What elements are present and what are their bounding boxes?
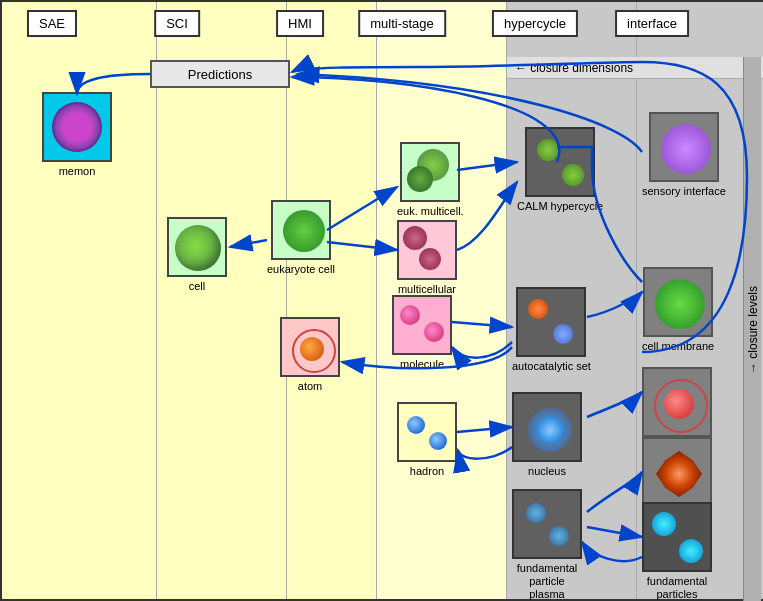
entity-label-molecule: molecule [400,358,444,371]
entity-label-hadron: hadron [410,465,444,478]
predictions-label: Predictions [188,67,252,82]
closure-dimensions-band: ← closure dimensions [507,57,763,79]
header-interface: interface [615,10,689,37]
entity-img-cell [167,217,227,277]
col-bg-sci [157,2,287,599]
header-sae: SAE [27,10,77,37]
entity-molecule: molecule [392,295,452,371]
entity-img-hadron [397,402,457,462]
entity-eukaryote: eukaryote cell [267,200,335,276]
header-sci: SCI [154,10,200,37]
entity-img-sensory [649,112,719,182]
main-diagram: SAE SCI HMI multi-stage hypercycle inter… [0,0,763,601]
closure-levels-band: → closure levels [743,57,761,601]
entity-img-eukaryote [271,200,331,260]
entity-fundamentalp: fundamental particles [642,502,712,601]
entity-label-fpp: fundamental particle plasma [517,562,578,601]
entity-label-eukmulti: euk. multicell. [397,205,464,218]
entity-multicell: multicellular [397,220,457,296]
entity-eukmulti: euk. multicell. [397,142,464,218]
entity-label-cell: cell [189,280,206,293]
entity-img-multicell [397,220,457,280]
entity-label-memon: memon [59,165,96,178]
entity-autocatalytic: autocatalytic set [512,287,591,373]
entity-img-fpp [512,489,582,559]
entity-label-cellmembrane: cell membrane [642,340,714,353]
entity-label-eukaryote: eukaryote cell [267,263,335,276]
entity-img-fundamentalp [642,502,712,572]
closure-levels-label: → closure levels [746,286,760,374]
entity-img-calm [525,127,595,197]
entity-img-atom [280,317,340,377]
closure-dimensions-label: ← closure dimensions [515,61,633,75]
entity-hadron: hadron [397,402,457,478]
entity-img-electronshell [642,367,712,437]
col-bg-hmi [287,2,377,599]
predictions-box: Predictions [150,60,290,88]
entity-fpp: fundamental particle plasma [512,489,582,601]
entity-label-nucleus: nucleus [528,465,566,478]
header-hypercycle: hypercycle [492,10,578,37]
entity-img-cellmembrane [643,267,713,337]
entity-calm: CALM hypercycle [517,127,603,213]
entity-img-autocatalytic [516,287,586,357]
entity-cellmembrane: cell membrane [642,267,714,353]
entity-cell: cell [167,217,227,293]
entity-sensory: sensory interface [642,112,726,198]
header-hmi: HMI [276,10,324,37]
entity-img-nucleus [512,392,582,462]
entity-label-calm: CALM hypercycle [517,200,603,213]
entity-label-fundamentalp: fundamental particles [647,575,708,601]
entity-img-memon [42,92,112,162]
entity-label-autocatalytic: autocatalytic set [512,360,591,373]
entity-img-confinement [642,437,712,507]
entity-memon: memon [42,92,112,178]
entity-label-atom: atom [298,380,322,393]
entity-nucleus: nucleus [512,392,582,478]
entity-img-eukmulti [400,142,460,202]
entity-img-molecule [392,295,452,355]
entity-atom: atom [280,317,340,393]
header-multistage: multi-stage [358,10,446,37]
entity-label-sensory: sensory interface [642,185,726,198]
